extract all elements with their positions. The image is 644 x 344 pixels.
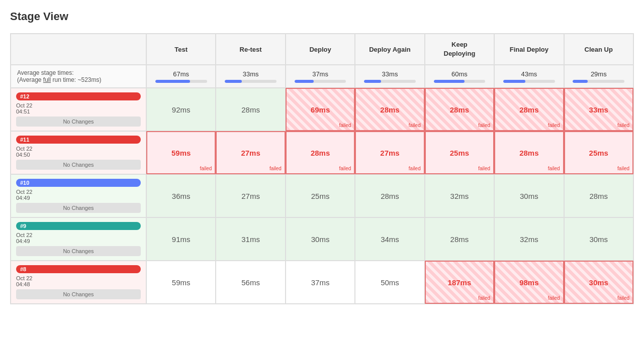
run-8-stage-2: 56ms <box>216 261 285 304</box>
col-header-keep-deploying: KeepDeploying <box>425 34 494 65</box>
avg-label-text: Average stage times: <box>17 69 140 76</box>
run-11-info: Oct 22 04:50 <box>16 146 141 158</box>
col-header-final-deploy: Final Deploy <box>494 34 564 65</box>
run-8-stage-6: 98msfailed <box>494 261 564 304</box>
avg-time-clean-up: 29ms <box>564 65 633 88</box>
run-9-info: Oct 22 04:49 <box>16 232 141 244</box>
progress-bar-final-deploy <box>503 80 555 83</box>
run-12-time: 04:51 <box>16 108 141 114</box>
header-empty <box>11 34 146 65</box>
run-12-stage-3: 69msfailed <box>286 88 355 131</box>
run-12-stage-1: 92ms <box>146 88 216 131</box>
run-8-no-changes[interactable]: No Changes <box>16 289 141 299</box>
run-11-stage-6: 28msfailed <box>494 131 564 174</box>
run-9-no-changes[interactable]: No Changes <box>16 246 141 256</box>
run-10-stage-6: 30ms <box>494 174 564 217</box>
avg-time-final-deploy: 43ms <box>494 65 564 88</box>
avg-sublabel-text: (Average full run time: ~523ms) <box>17 76 140 83</box>
run-9-label: #9 Oct 22 04:49 No Changes <box>11 217 146 261</box>
run-12-info: Oct 22 04:51 <box>16 102 141 114</box>
run-11-time: 04:50 <box>16 152 141 158</box>
run-10-info: Oct 22 04:49 <box>16 189 141 201</box>
run-11-no-changes[interactable]: No Changes <box>16 160 141 170</box>
run-11-badge: #11 <box>16 136 141 144</box>
run-9-stage-7: 30ms <box>564 217 633 261</box>
run-12-stage-4: 28msfailed <box>355 88 424 131</box>
run-10-label: #10 Oct 22 04:49 No Changes <box>11 174 146 217</box>
progress-bar-retest <box>225 80 277 83</box>
progress-bar-clean-up <box>573 80 624 83</box>
run-8-stage-4: 50ms <box>355 261 424 304</box>
run-9-date: Oct 22 <box>16 232 141 238</box>
run-8-stage-7: 30msfailed <box>564 261 633 304</box>
stage-view: Stage View Test Re-test Deploy Deploy Ag… <box>10 10 634 304</box>
col-header-test: Test <box>146 34 216 65</box>
run-12-stage-2: 28ms <box>216 88 285 131</box>
run-10-stage-2: 27ms <box>216 174 285 217</box>
run-11-date: Oct 22 <box>16 146 141 152</box>
run-9-stage-4: 34ms <box>355 217 424 261</box>
run-12-label: #12 Oct 22 04:51 No Changes <box>11 88 146 131</box>
avg-time-keep-deploying: 60ms <box>425 65 494 88</box>
run-11-stage-3: 28msfailed <box>286 131 355 174</box>
run-9-stage-6: 32ms <box>494 217 564 261</box>
col-header-retest: Re-test <box>216 34 285 65</box>
avg-label: Average stage times: (Average full run t… <box>11 65 146 88</box>
run-8-label: #8 Oct 22 04:48 No Changes <box>11 261 146 304</box>
avg-time-deploy: 37ms <box>286 65 355 88</box>
run-12-stage-6: 28msfailed <box>494 88 564 131</box>
run-12-stage-7: 33msfailed <box>564 88 633 131</box>
run-10-stage-5: 32ms <box>425 174 494 217</box>
run-8-badge: #8 <box>16 265 141 273</box>
run-9-time: 04:49 <box>16 238 141 244</box>
avg-time-retest: 33ms <box>216 65 285 88</box>
page-title: Stage View <box>10 10 634 23</box>
run-12-stage-5: 28msfailed <box>425 88 494 131</box>
progress-bar-keep-deploying <box>434 80 486 83</box>
avg-time-test: 67ms <box>146 65 216 88</box>
run-9-stage-2: 31ms <box>216 217 285 261</box>
run-10-badge: #10 <box>16 179 141 187</box>
col-header-deploy-again: Deploy Again <box>355 34 424 65</box>
run-8-time: 04:48 <box>16 281 141 287</box>
run-11-stage-4: 27msfailed <box>355 131 424 174</box>
progress-bar-test <box>155 80 207 83</box>
run-9-badge: #9 <box>16 222 141 230</box>
progress-bar-deploy-again <box>364 80 416 83</box>
run-11-stage-1: 59msfailed <box>146 131 216 174</box>
run-8-stage-5: 187msfailed <box>425 261 494 304</box>
run-11-stage-2: 27msfailed <box>216 131 285 174</box>
run-9-stage-5: 28ms <box>425 217 494 261</box>
run-8-info: Oct 22 04:48 <box>16 275 141 287</box>
run-8-date: Oct 22 <box>16 275 141 281</box>
run-11-stage-7: 25msfailed <box>564 131 633 174</box>
run-10-no-changes[interactable]: No Changes <box>16 203 141 213</box>
run-11-label: #11 Oct 22 04:50 No Changes <box>11 131 146 174</box>
run-10-stage-4: 28ms <box>355 174 424 217</box>
run-12-badge: #12 <box>16 92 141 100</box>
grid: Test Re-test Deploy Deploy Again KeepDep… <box>10 33 634 304</box>
col-header-deploy: Deploy <box>286 34 355 65</box>
run-10-date: Oct 22 <box>16 189 141 195</box>
progress-bar-deploy <box>295 80 346 83</box>
run-8-stage-1: 59ms <box>146 261 216 304</box>
run-10-stage-1: 36ms <box>146 174 216 217</box>
run-12-date: Oct 22 <box>16 102 141 108</box>
run-9-stage-1: 91ms <box>146 217 216 261</box>
col-header-clean-up: Clean Up <box>564 34 633 65</box>
run-9-stage-3: 30ms <box>286 217 355 261</box>
run-8-stage-3: 37ms <box>286 261 355 304</box>
run-10-time: 04:49 <box>16 195 141 201</box>
run-12-no-changes[interactable]: No Changes <box>16 117 141 127</box>
run-10-stage-3: 25ms <box>286 174 355 217</box>
run-10-stage-7: 28ms <box>564 174 633 217</box>
run-11-stage-5: 25msfailed <box>425 131 494 174</box>
avg-time-deploy-again: 33ms <box>355 65 424 88</box>
